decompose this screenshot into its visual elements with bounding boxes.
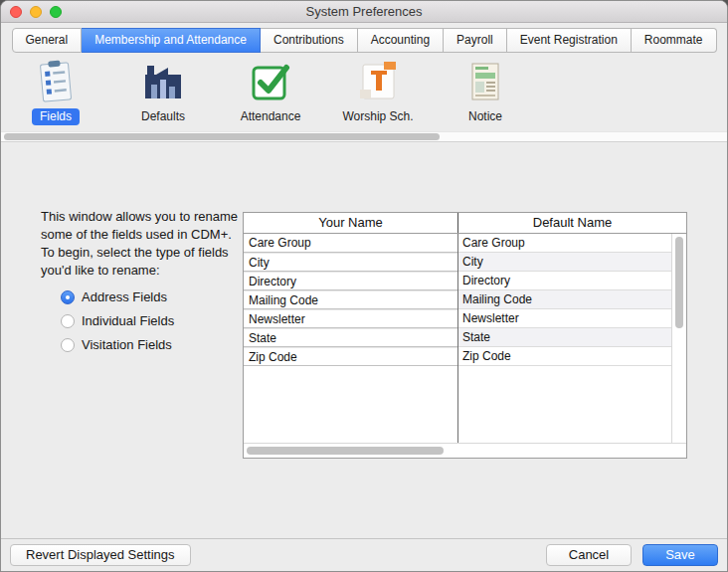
table-rows: Care Group Care Group City City Director… [244,234,671,443]
fields-pane: This window allows you to rename some of… [1,142,727,538]
preference-tabbar: General Membership and Attendance Contri… [1,23,727,53]
field-type-radio-group: Address Fields Individual Fields Visitat… [61,289,174,352]
toolbar-item-defaults[interactable]: Defaults [122,59,204,125]
default-name-cell: Newsletter [457,309,671,328]
your-name-cell[interactable]: Care Group [244,234,457,253]
your-name-cell[interactable]: Zip Code [244,347,457,366]
your-name-cell[interactable]: Newsletter [244,309,457,328]
toolbar-item-fields-label: Fields [32,108,80,125]
radio-address-fields[interactable]: Address Fields [61,289,174,304]
toolbar-item-defaults-label: Defaults [133,108,193,125]
toolbar-item-worship-schedule-label: Worship Sch. [334,108,421,125]
footer-bar: Revert Displayed Settings Cancel Save [1,538,727,571]
window-controls [10,6,62,18]
default-name-cell: Care Group [457,234,671,253]
table-horizontal-scrollbar[interactable] [244,443,686,458]
table-vertical-scrollbar[interactable] [671,234,686,443]
default-name-cell: Directory [457,272,671,290]
radio-address-fields-label: Address Fields [82,289,167,304]
tab-event-registration[interactable]: Event Registration [507,28,632,53]
toolbar-item-fields[interactable]: Fields [15,59,96,125]
section-toolbar: Fields Defaults Attendance [1,53,727,131]
tab-contributions[interactable]: Contributions [261,28,358,53]
window-title: System Preferences [305,4,422,19]
default-name-cell: City [457,253,671,272]
default-name-cell: State [457,328,671,347]
toolbar-item-attendance-label: Attendance [233,108,309,125]
table-header-row: Your Name Default Name [244,213,686,234]
tab-accounting[interactable]: Accounting [358,28,444,53]
radio-button-icon[interactable] [61,338,75,352]
your-name-cell[interactable]: Directory [244,272,457,290]
table-horizontal-scrollbar-thumb[interactable] [247,447,444,455]
radio-individual-fields[interactable]: Individual Fields [61,313,174,328]
titlebar: System Preferences [1,1,727,23]
radio-visitation-fields-label: Visitation Fields [82,337,172,352]
tab-payroll[interactable]: Payroll [444,28,507,53]
rename-fields-table: Your Name Default Name Care Group Care G… [243,212,687,459]
system-preferences-window: System Preferences General Membership an… [0,0,728,572]
tab-roommate[interactable]: Roommate [632,28,717,53]
toolbar-scrollbar[interactable] [1,131,727,142]
cancel-button[interactable]: Cancel [546,544,632,566]
default-name-cell: Mailing Code [457,290,671,309]
your-name-cell[interactable]: Mailing Code [244,290,457,309]
column-divider [457,234,458,443]
radio-individual-fields-label: Individual Fields [82,313,174,328]
table-body: Care Group Care Group City City Director… [244,234,686,443]
tab-group: General Membership and Attendance Contri… [12,28,717,53]
pane-description: This window allows you to rename some of… [41,208,240,280]
toolbar-scrollbar-thumb[interactable] [4,133,440,140]
radio-button-icon[interactable] [61,314,75,328]
radio-button-icon[interactable] [61,290,75,304]
your-name-cell[interactable]: State [244,328,457,347]
minimize-window-button[interactable] [30,6,42,18]
defaults-icon [140,59,186,104]
tab-general[interactable]: General [12,28,83,53]
tab-membership-and-attendance[interactable]: Membership and Attendance [82,28,261,53]
fields-icon [33,59,79,104]
zoom-window-button[interactable] [50,6,62,18]
attendance-icon [248,59,293,104]
column-header-default-name: Default Name [458,213,686,233]
toolbar-item-attendance[interactable]: Attendance [230,59,311,125]
toolbar-item-notice[interactable]: Notice [445,59,526,125]
toolbar-item-notice-label: Notice [460,108,510,125]
your-name-cell[interactable]: City [244,253,457,272]
table-vertical-scrollbar-thumb[interactable] [675,237,683,328]
default-name-cell: Zip Code [457,347,671,366]
close-window-button[interactable] [10,6,22,18]
revert-displayed-settings-button[interactable]: Revert Displayed Settings [10,544,191,566]
toolbar-item-worship-schedule[interactable]: Worship Sch. [337,59,419,125]
worship-schedule-icon [355,59,401,104]
column-header-your-name: Your Name [244,213,458,233]
radio-visitation-fields[interactable]: Visitation Fields [61,337,174,352]
save-button[interactable]: Save [642,544,718,566]
notice-icon [462,59,508,104]
